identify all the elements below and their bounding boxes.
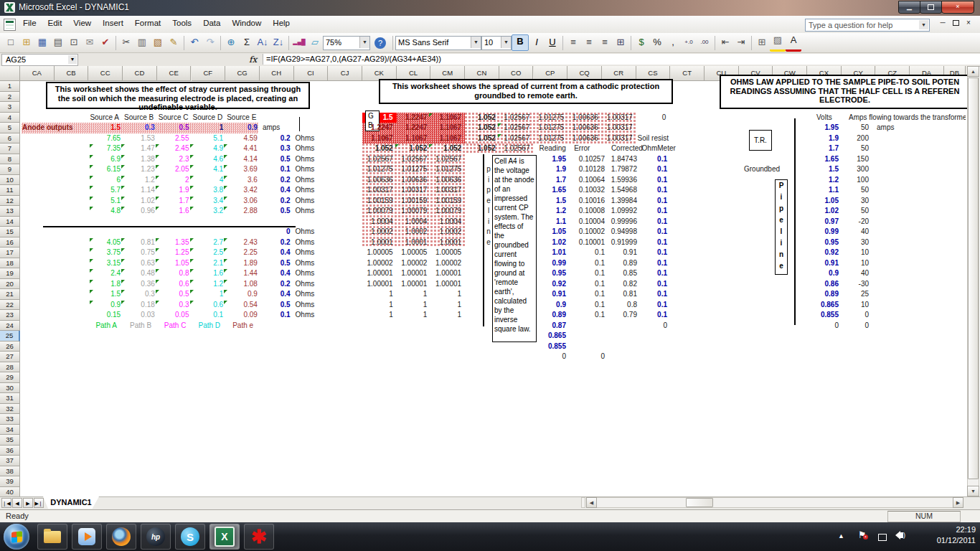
tray-expand-icon[interactable]: ▲ bbox=[838, 532, 844, 540]
scroll-left-icon[interactable]: ◀ bbox=[586, 497, 597, 508]
column-header-CG[interactable]: CG bbox=[225, 66, 260, 81]
pipeline-letter: i bbox=[776, 192, 787, 203]
row-header-8[interactable]: 8 bbox=[0, 154, 20, 165]
row-header-20[interactable]: 20 bbox=[0, 279, 20, 290]
row-header-21[interactable]: 21 bbox=[0, 289, 20, 300]
row-header-15[interactable]: 15 bbox=[0, 227, 20, 237]
pipeline-label-box[interactable]: Pipeline bbox=[775, 179, 788, 275]
scroll-up-icon[interactable]: ▲ bbox=[967, 66, 979, 77]
row-header-1[interactable]: 1 bbox=[0, 81, 20, 92]
firefox-icon[interactable] bbox=[106, 524, 136, 550]
skype-icon[interactable]: S bbox=[175, 524, 205, 550]
row-header-6[interactable]: 6 bbox=[0, 133, 20, 144]
row-header-17[interactable]: 17 bbox=[0, 248, 20, 258]
action-center-flag-icon[interactable]: ⚑× bbox=[858, 529, 867, 540]
row-header-33[interactable]: 33 bbox=[0, 414, 20, 425]
row-header-37[interactable]: 37 bbox=[0, 456, 20, 466]
column-header-CH[interactable]: CH bbox=[260, 66, 294, 81]
horizontal-scrollbar[interactable] bbox=[586, 497, 963, 508]
scroll-right-icon[interactable]: ▶ bbox=[953, 497, 963, 508]
column-header-CC[interactable]: CC bbox=[88, 66, 123, 81]
ohmmeter-value: 0.1 bbox=[636, 206, 667, 217]
comment-indicator-icon bbox=[190, 238, 194, 242]
row-header-28[interactable]: 28 bbox=[0, 362, 20, 373]
row-header-31[interactable]: 31 bbox=[0, 393, 20, 404]
ohm-unit: Ohms bbox=[296, 237, 320, 248]
column-header-CJ[interactable]: CJ bbox=[328, 66, 362, 81]
row-header-22[interactable]: 22 bbox=[0, 300, 20, 311]
comment-indicator-icon bbox=[156, 248, 159, 252]
excel-icon-glyph: X bbox=[215, 527, 235, 547]
display-settings-icon[interactable] bbox=[878, 531, 887, 542]
path-current-value: 2.5 bbox=[192, 248, 223, 258]
tab-prev-icon[interactable]: ◀ bbox=[12, 498, 22, 508]
comment-text-box[interactable]: Cell A4 is the voltage at the anode of a… bbox=[492, 155, 537, 342]
row-header-9[interactable]: 9 bbox=[0, 164, 20, 175]
comment-indicator-icon bbox=[121, 144, 125, 148]
row-header-40[interactable]: 40 bbox=[0, 487, 20, 498]
media-player-icon[interactable] bbox=[72, 524, 102, 550]
row-header-29[interactable]: 29 bbox=[0, 372, 20, 383]
vertical-scroll-thumb[interactable] bbox=[968, 77, 979, 479]
source-header: Source C bbox=[159, 113, 190, 123]
scroll-down-icon[interactable]: ▼ bbox=[967, 486, 979, 496]
column-header-CD[interactable]: CD bbox=[123, 66, 157, 81]
tab-split-handle[interactable] bbox=[581, 497, 585, 508]
row-header-38[interactable]: 38 bbox=[0, 466, 20, 477]
row-header-14[interactable]: 14 bbox=[0, 217, 20, 227]
column-header-CA[interactable]: CA bbox=[20, 66, 55, 81]
left-note-box[interactable]: This worksheet shows the effect of stray… bbox=[46, 82, 310, 109]
tab-last-icon[interactable]: ▶❘ bbox=[34, 498, 44, 508]
row-header-36[interactable]: 36 bbox=[0, 446, 20, 456]
right-note-box[interactable]: OHMS LAW APPLIED TO THE SAMPLE PIPE-TO S… bbox=[720, 75, 970, 109]
row-header-19[interactable]: 19 bbox=[0, 268, 20, 279]
column-header-CI[interactable]: CI bbox=[294, 66, 329, 81]
column-header-CT[interactable]: CT bbox=[670, 66, 705, 81]
row-header-26[interactable]: 26 bbox=[0, 342, 20, 352]
volume-icon[interactable]: ) bbox=[895, 531, 905, 540]
start-button[interactable] bbox=[4, 524, 29, 550]
row-header-5[interactable]: 5 bbox=[0, 123, 20, 133]
ohmmeter-value: 0.1 bbox=[636, 227, 667, 237]
paint-app-icon[interactable]: ✱ bbox=[244, 524, 274, 550]
explorer-icon[interactable] bbox=[37, 524, 67, 550]
column-header-CF[interactable]: CF bbox=[192, 66, 226, 81]
row-header-39[interactable]: 39 bbox=[0, 476, 20, 487]
row-header-35[interactable]: 35 bbox=[0, 435, 20, 446]
row-header-30[interactable]: 30 bbox=[0, 383, 20, 394]
row-header-23[interactable]: 23 bbox=[0, 310, 20, 321]
row-header-3[interactable]: 3 bbox=[0, 102, 20, 113]
transformer-rectifier-box[interactable]: T.R. bbox=[749, 130, 772, 151]
horizontal-scroll-thumb[interactable] bbox=[686, 498, 713, 507]
amps-value: 40 bbox=[834, 268, 869, 279]
corrected-value: 0.79 bbox=[606, 310, 637, 321]
middle-note-box[interactable]: This worksheet shows the spread of curre… bbox=[379, 79, 673, 104]
row-header-11[interactable]: 11 bbox=[0, 185, 20, 196]
path-current-value: 0.3 bbox=[123, 289, 155, 300]
sheet-tab-dynamic1[interactable]: DYNAMIC1 bbox=[43, 496, 99, 509]
row-header-32[interactable]: 32 bbox=[0, 404, 20, 415]
column-header-CB[interactable]: CB bbox=[55, 66, 89, 81]
row-header-16[interactable]: 16 bbox=[0, 237, 20, 248]
column-header-CE[interactable]: CE bbox=[157, 66, 192, 81]
tab-first-icon[interactable]: ❘◀ bbox=[1, 498, 11, 508]
row-header-13[interactable]: 13 bbox=[0, 206, 20, 217]
taskbar-clock[interactable]: 22:19 01/12/2011 bbox=[911, 524, 976, 546]
row-header-34[interactable]: 34 bbox=[0, 425, 20, 435]
ohm-unit: Ohms bbox=[296, 196, 320, 207]
row-header-10[interactable]: 10 bbox=[0, 175, 20, 186]
row-header-4[interactable]: 4 bbox=[0, 113, 20, 123]
row-header-18[interactable]: 18 bbox=[0, 258, 20, 269]
row-header-2[interactable]: 2 bbox=[0, 92, 20, 103]
tab-next-icon[interactable]: ▶ bbox=[23, 498, 33, 508]
row-header-24[interactable]: 24 bbox=[0, 321, 20, 331]
row-header-25[interactable]: 25 bbox=[0, 331, 20, 342]
row-header-27[interactable]: 27 bbox=[0, 352, 20, 362]
select-all-corner[interactable] bbox=[0, 66, 20, 81]
excel-icon[interactable]: X bbox=[209, 524, 240, 550]
path-current-value: 1.44 bbox=[226, 268, 258, 279]
row-header-12[interactable]: 12 bbox=[0, 196, 20, 207]
row-header-7[interactable]: 7 bbox=[0, 143, 20, 154]
hp-icon[interactable]: hp bbox=[141, 524, 171, 550]
spread-value: 1.02567 bbox=[499, 113, 530, 123]
